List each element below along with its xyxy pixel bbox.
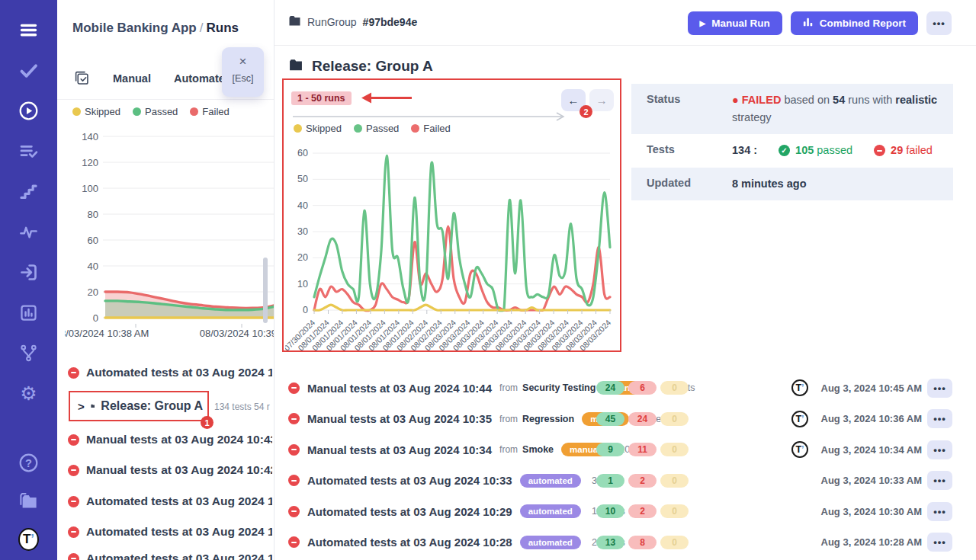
projects-icon[interactable] (18, 491, 39, 511)
result-badges: 45240 (596, 412, 689, 426)
status-strategy: realistic (895, 94, 937, 106)
row-more-button[interactable]: ••• (927, 440, 952, 459)
run-title: Manual tests at 03 Aug 2024 10:34 (307, 443, 492, 456)
run-list-item[interactable]: Manual tests at 03 Aug 2024 10:43 (68, 428, 272, 451)
result-badges: 9110 (596, 443, 689, 456)
tests-failed-label: failed (906, 144, 933, 156)
row-more-button[interactable]: ••• (927, 533, 952, 552)
row-more-button[interactable]: ••• (927, 502, 952, 521)
failed-status-icon (288, 413, 300, 424)
panel-scrollbar[interactable] (263, 258, 268, 323)
testomat-logo-icon: T’ (791, 441, 808, 458)
sidebar-bottom-icons: ?T’ (0, 453, 57, 549)
sidebar-top-icons: ⚙ (0, 20, 57, 404)
select-runs-icon[interactable] (74, 70, 90, 86)
run-list-item[interactable]: Automated tests at 03 Aug 2024 10 (68, 361, 272, 384)
failed-status-icon (288, 382, 300, 394)
status-text: strategy (732, 111, 772, 123)
row-more-button[interactable]: ••• (927, 471, 952, 490)
legend-item-failed[interactable]: Failed (190, 106, 229, 117)
run-type-pill: automated (520, 536, 581, 549)
status-row: Status ● FAILED based on 54 runs with re… (631, 84, 953, 134)
settings-icon[interactable]: ⚙ (18, 383, 39, 404)
combined-report-button[interactable]: Combined Report (791, 11, 918, 35)
legend-dot-icon (354, 124, 362, 133)
rungroup-run-row[interactable]: Automated tests at 03 Aug 2024 10:29auto… (288, 500, 967, 523)
rungroup-run-row[interactable]: Manual tests at 03 Aug 2024 10:34fromSmo… (288, 438, 967, 461)
main-topbar: RunGroup #97bde94e ▶ Manual Run Combined… (274, 0, 976, 46)
pulse-icon[interactable] (18, 222, 39, 242)
runs-mini-chart: 0204060801001201408/03/2024 10:38 AM08/0… (65, 118, 274, 347)
from-label: from (499, 444, 518, 455)
passed-badge: 1 (596, 474, 624, 488)
run-timestamp: Aug 3, 2024 10:45 AM (814, 382, 922, 394)
testomat-logo-icon: T’ (791, 379, 808, 396)
chart-next-button[interactable]: → (589, 89, 614, 111)
run-list-item[interactable]: Automated tests at 03 Aug 2024 10 (68, 490, 272, 513)
timeline-arrow-icon (293, 112, 571, 121)
tasks-check-icon[interactable] (18, 60, 39, 81)
legend-item-skipped[interactable]: Skipped (294, 123, 342, 134)
rungroup-run-row[interactable]: Automated tests at 03 Aug 2024 10:28auto… (288, 531, 967, 554)
run-source: Regression (522, 414, 574, 424)
close-icon[interactable]: × (222, 54, 264, 69)
runs-chart-annotated-box: 1 - 50 runs ← → 2 SkippedPassedFailed 01… (282, 78, 621, 352)
svg-text:60: 60 (88, 235, 98, 246)
rungroup-run-row[interactable]: Automated tests at 03 Aug 2024 10:33auto… (288, 469, 967, 492)
skipped-badge: 0 (660, 412, 689, 426)
run-title: Automated tests at 03 Aug 2024 10:33 (307, 474, 512, 487)
run-group-item-annotated[interactable]: >Release: Group A (69, 391, 209, 421)
project-name[interactable]: Mobile Banking App (72, 21, 197, 35)
run-type-pill: automated (520, 504, 581, 518)
expand-chevron-icon[interactable]: > (78, 400, 85, 413)
failed-status-icon (68, 496, 79, 507)
annotation-arrow-icon (360, 91, 415, 104)
legend-item-failed[interactable]: Failed (411, 123, 450, 134)
rungroup-run-row[interactable]: Manual tests at 03 Aug 2024 10:35fromReg… (288, 408, 967, 430)
steps-icon[interactable] (18, 181, 39, 202)
row-more-button[interactable]: ••• (927, 379, 952, 398)
runs-range-label: 1 - 50 runs (291, 91, 352, 105)
breadcrumb-separator: / (197, 21, 207, 35)
status-text: based on (784, 94, 830, 106)
analytics-icon[interactable] (18, 302, 39, 323)
run-title: Automated tests at 03 Aug 2024 10 (86, 366, 272, 379)
failed-status-icon (68, 553, 79, 560)
legend-item-passed[interactable]: Passed (354, 123, 399, 134)
run-timestamp: Aug 3, 2024 10:36 AM (814, 413, 922, 424)
menu-icon[interactable] (18, 20, 39, 40)
run-list-item[interactable]: Automated tests at 03 Aug 2024 10 (68, 520, 272, 543)
updated-value: 8 minutes ago (732, 175, 953, 193)
failed-status-icon (68, 465, 79, 476)
esc-close-tooltip[interactable]: × [Esc] (222, 47, 264, 97)
legend-item-skipped[interactable]: Skipped (72, 106, 120, 117)
tests-passed-label: passed (817, 144, 852, 156)
branches-icon[interactable] (18, 343, 39, 363)
run-play-icon[interactable] (18, 101, 39, 121)
status-value: ● FAILED based on 54 runs with realistic… (732, 91, 953, 126)
testomat-logo-icon[interactable]: T’ (18, 529, 39, 549)
run-list-item[interactable]: Manual tests at 03 Aug 2024 10:42 (68, 459, 272, 482)
folder-icon (91, 400, 95, 412)
manual-run-button[interactable]: ▶ Manual Run (688, 11, 782, 35)
failed-dot-icon: ● (732, 94, 739, 106)
updated-label: Updated (647, 175, 732, 189)
run-type-pill: automated (520, 474, 581, 488)
import-icon[interactable] (18, 262, 39, 283)
rungroup-label: RunGroup (307, 16, 357, 28)
run-title: Manual tests at 03 Aug 2024 10:42 (86, 463, 272, 477)
annotation-step-2-badge: 2 (580, 105, 592, 118)
tab-manual[interactable]: Manual (113, 72, 151, 85)
topbar-more-button[interactable]: ••• (926, 11, 952, 35)
legend-item-passed[interactable]: Passed (133, 106, 178, 117)
icon-sidebar: ⚙ ?T’ (0, 0, 57, 560)
rungroup-run-row[interactable]: Manual tests at 03 Aug 2024 10:44fromSec… (288, 376, 967, 399)
help-icon[interactable]: ? (18, 453, 39, 473)
legend-dot-icon (190, 107, 198, 116)
test-plans-icon[interactable] (18, 141, 39, 162)
row-more-button[interactable]: ••• (927, 409, 952, 428)
run-list-item[interactable]: Automated tests at 03 Aug 2024 1 (68, 547, 272, 560)
tests-label: Tests (647, 142, 732, 155)
svg-text:60: 60 (297, 148, 308, 158)
testomat-logo-icon: T’ (18, 528, 39, 551)
